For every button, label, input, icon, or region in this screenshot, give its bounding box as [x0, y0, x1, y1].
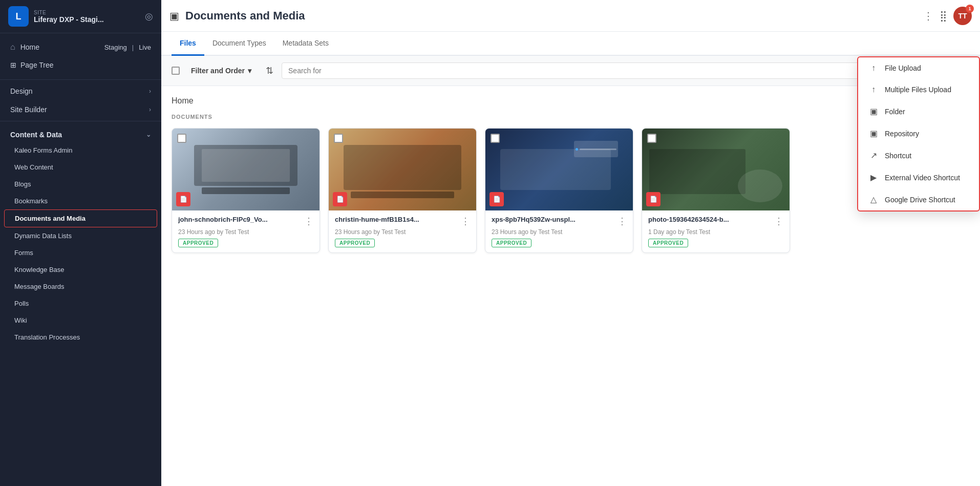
apps-grid-icon[interactable]: ⣿: [940, 10, 947, 22]
section-label: DOCUMENTS: [172, 114, 970, 120]
dropdown-item-external-video-shortcut[interactable]: ▶ External Video Shortcut: [858, 166, 979, 188]
design-expand-icon: ›: [149, 88, 151, 95]
dropdown-item-multiple-files-upload[interactable]: ↑ Multiple Files Upload: [858, 79, 979, 100]
sidebar-item-bookmarks[interactable]: Bookmarks: [0, 193, 161, 209]
external-video-shortcut-label: External Video Shortcut: [885, 174, 960, 182]
live-badge[interactable]: Live: [139, 44, 151, 51]
tab-files[interactable]: Files: [172, 32, 204, 56]
card-4-checkbox[interactable]: [647, 134, 656, 143]
card-3-badge: APPROVED: [492, 239, 531, 247]
sort-icon-button[interactable]: ⇅: [263, 62, 276, 79]
dropdown-item-google-drive-shortcut[interactable]: △ Google Drive Shortcut: [858, 188, 979, 210]
external-video-shortcut-icon: ▶: [868, 173, 879, 182]
sidebar-item-blogs[interactable]: Blogs: [0, 176, 161, 193]
card-1-title: john-schnobrich-FlPc9_Vo...: [178, 216, 302, 223]
site-logo[interactable]: L: [8, 6, 29, 27]
home-icon: ⌂: [10, 43, 15, 52]
top-nav-section: ⌂ Home Staging | Live ⊞ Page Tree: [0, 33, 161, 77]
dropdown-item-folder[interactable]: ▣ Folder: [858, 100, 979, 122]
shortcut-label: Shortcut: [885, 152, 911, 160]
card-4-more-button[interactable]: ⋮: [774, 216, 783, 227]
site-builder-label: Site Builder: [10, 105, 47, 114]
card-1-title-row: john-schnobrich-FlPc9_Vo... ⋮: [178, 216, 313, 227]
repository-label: Repository: [885, 130, 919, 138]
google-drive-shortcut-label: Google Drive Shortcut: [885, 196, 955, 204]
sidebar-item-page-tree[interactable]: ⊞ Page Tree: [0, 57, 161, 73]
card-3-file-icon: 📄: [489, 192, 504, 206]
card-2-checkbox[interactable]: [334, 134, 343, 143]
card-2-meta: 23 Hours ago by Test Test: [335, 228, 470, 236]
dropdown-item-file-upload[interactable]: ↑ File Upload: [858, 57, 979, 79]
card-3-title: xps-8pb7Hq539Zw-unspl...: [492, 216, 615, 223]
card-4-title: photo-1593642634524-b...: [648, 216, 772, 223]
filter-dropdown-icon: ▾: [248, 67, 251, 75]
shortcut-icon: ↗: [868, 151, 879, 160]
card-3-more-button[interactable]: ⋮: [617, 216, 627, 227]
nav-circle-icon[interactable]: ◎: [145, 11, 153, 22]
site-label: SITE: [34, 10, 145, 15]
panel-toggle-icon[interactable]: ▣: [169, 10, 179, 22]
card-3-body: xps-8pb7Hq539Zw-unspl... ⋮ 23 Hours ago …: [485, 210, 633, 252]
repository-icon: ▣: [868, 129, 879, 138]
content-data-title[interactable]: Content & Data ⌄: [0, 125, 161, 142]
tab-metadata-sets[interactable]: Metadata Sets: [274, 32, 337, 56]
card-1-more-button[interactable]: ⋮: [304, 216, 313, 227]
sidebar-item-polls[interactable]: Polls: [0, 295, 161, 312]
dropdown-item-repository[interactable]: ▣ Repository: [858, 122, 979, 144]
sidebar-item-site-builder[interactable]: Site Builder ›: [0, 100, 161, 119]
staging-badge[interactable]: Staging: [104, 44, 127, 51]
sidebar-item-dynamic-data-lists[interactable]: Dynamic Data Lists: [0, 227, 161, 244]
pdf-icon: 📄: [336, 196, 344, 203]
card-image-3: 📄: [485, 129, 633, 210]
card-1-checkbox[interactable]: [177, 134, 186, 143]
main-content: ▣ Documents and Media ⋮ ⣿ TT 1 Files Doc…: [161, 0, 980, 486]
table-row: 📄 xps-8pb7Hq539Zw-unspl... ⋮ 23 Hours ag…: [485, 128, 633, 253]
multiple-files-upload-icon: ↑: [868, 85, 879, 94]
card-image-1: 📄: [172, 129, 319, 210]
select-all-checkbox[interactable]: [172, 67, 180, 75]
sidebar-item-knowledge-base[interactable]: Knowledge Base: [0, 261, 161, 278]
topbar-left: ▣ Documents and Media: [169, 9, 305, 23]
card-2-badge: APPROVED: [335, 239, 375, 247]
card-2-file-icon: 📄: [333, 192, 347, 206]
card-1-body: john-schnobrich-FlPc9_Vo... ⋮ 23 Hours a…: [172, 210, 319, 252]
breadcrumb: Home: [172, 96, 970, 105]
sidebar-item-design[interactable]: Design ›: [0, 82, 161, 100]
sidebar-item-kaleo-forms[interactable]: Kaleo Forms Admin: [0, 142, 161, 159]
card-4-badge: APPROVED: [648, 239, 688, 247]
avatar[interactable]: TT 1: [953, 7, 972, 25]
topbar-right: ⋮ ⣿ TT 1: [923, 7, 972, 25]
content-data-expand-icon: ⌄: [146, 131, 151, 138]
card-3-title-row: xps-8pb7Hq539Zw-unspl... ⋮: [492, 216, 627, 227]
card-3-checkbox[interactable]: [491, 134, 500, 143]
card-2-more-button[interactable]: ⋮: [461, 216, 470, 227]
sidebar-item-home[interactable]: ⌂ Home Staging | Live: [0, 37, 161, 57]
dropdown-item-shortcut[interactable]: ↗ Shortcut: [858, 144, 979, 166]
site-name: Liferay DXP - Stagi...: [34, 15, 145, 24]
documents-grid: 📄 john-schnobrich-FlPc9_Vo... ⋮ 23 Hours…: [172, 128, 970, 253]
pdf-icon: 📄: [180, 196, 187, 203]
sidebar-item-wiki[interactable]: Wiki: [0, 312, 161, 329]
folder-label: Folder: [885, 108, 905, 116]
sidebar-item-message-boards[interactable]: Message Boards: [0, 278, 161, 295]
tabs-bar: Files Document Types Metadata Sets: [161, 32, 980, 56]
sidebar-item-documents-media[interactable]: Documents and Media: [4, 209, 157, 227]
sidebar-header: L SITE Liferay DXP - Stagi... ◎: [0, 0, 161, 33]
filter-order-button[interactable]: Filter and Order ▾: [185, 64, 258, 78]
topbar: ▣ Documents and Media ⋮ ⣿ TT 1: [161, 0, 980, 32]
sidebar-item-web-content[interactable]: Web Content: [0, 159, 161, 176]
card-1-meta: 23 Hours ago by Test Test: [178, 228, 313, 236]
filter-order-label: Filter and Order: [191, 67, 245, 75]
card-thumbnail-3: [485, 129, 633, 210]
sidebar-item-translation-processes[interactable]: Translation Processes: [0, 329, 161, 346]
card-4-file-icon: 📄: [646, 192, 661, 206]
design-label: Design: [10, 87, 33, 95]
tab-document-types[interactable]: Document Types: [204, 32, 274, 56]
search-input[interactable]: [282, 62, 886, 79]
table-row: 📄 christin-hume-mfB1B1s4... ⋮ 23 Hours a…: [328, 128, 477, 253]
file-upload-icon: ↑: [868, 64, 879, 73]
add-dropdown-menu: ↑ File Upload ↑ Multiple Files Upload ▣ …: [857, 56, 980, 212]
card-1-badge: APPROVED: [178, 239, 218, 247]
more-options-icon[interactable]: ⋮: [923, 10, 933, 22]
sidebar-item-forms[interactable]: Forms: [0, 244, 161, 261]
